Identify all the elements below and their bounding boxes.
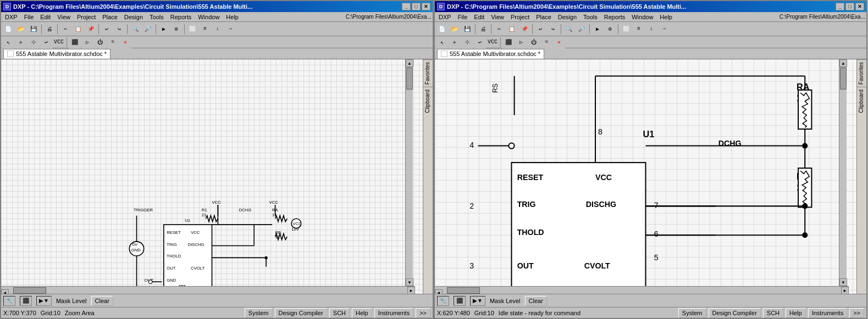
tb-extra2-1[interactable]: ≡ (199, 23, 211, 35)
sch-btn-1[interactable]: SCH (329, 308, 350, 318)
menu-window-2[interactable]: Window (629, 13, 656, 21)
system-btn-1[interactable]: System (245, 308, 273, 318)
sch-btn-2[interactable]: SCH (763, 308, 783, 318)
tb-paste-2[interactable]: 📌 (518, 23, 530, 35)
tb2-cross-1[interactable]: ✛ (15, 36, 27, 48)
tb-compile-1[interactable]: ▶ (158, 23, 170, 35)
tb-compile-2[interactable]: ▶ (591, 23, 604, 35)
doc-tab-item-2[interactable]: 555 Astable Multivibrator.schdoc * (437, 49, 544, 59)
scrollbar-h-1[interactable]: ◄ ► (1, 286, 415, 294)
tb2-undo2-1[interactable]: ↩ (40, 36, 52, 48)
tb-save-2[interactable]: 💾 (461, 23, 473, 35)
scroll-thumb-h-2[interactable] (447, 287, 480, 294)
help-btn-1[interactable]: Help (352, 308, 372, 318)
scroll-thumb-v-2[interactable] (840, 68, 847, 89)
expand-btn-2[interactable]: >> (849, 308, 864, 318)
minimize-btn-1[interactable]: _ (402, 3, 411, 10)
tb-zoom-in-1[interactable]: 🔍 (129, 23, 141, 35)
tb-run-2[interactable]: ⚙ (604, 23, 616, 35)
menu-project-1[interactable]: Project (74, 13, 98, 21)
tb-zoom-in-2[interactable]: 🔍 (563, 23, 575, 35)
help-btn-2[interactable]: Help (786, 308, 806, 318)
menu-place-1[interactable]: Place (99, 13, 120, 21)
canvas-1[interactable]: RESET VCC TRIG DISCHG THOLD OUT CVOLT GN… (1, 59, 423, 294)
system-btn-2[interactable]: System (678, 308, 706, 318)
scroll-up-btn-1[interactable]: ▲ (406, 59, 413, 67)
menu-view-2[interactable]: View (488, 13, 507, 21)
tb-extra3-2[interactable]: ↓ (645, 23, 657, 35)
tb2-net-1[interactable]: ≈ (107, 36, 119, 48)
tb-undo-1[interactable]: ↩ (101, 23, 113, 35)
tb-open-2[interactable]: 📂 (449, 23, 461, 35)
menu-dxp-1[interactable]: DXP (2, 13, 20, 21)
tb2-wire-2[interactable]: ⬛ (502, 36, 515, 48)
clear-btn-2[interactable]: Clear (525, 296, 547, 306)
minimize-btn-2[interactable]: _ (836, 3, 844, 10)
tb2-power-1[interactable]: ⏻ (94, 36, 106, 48)
tb2-cross-2[interactable]: ✛ (449, 36, 461, 48)
tb2-port-2[interactable]: ▷ (515, 36, 527, 48)
tb2-move-2[interactable]: ⊹ (461, 36, 473, 48)
maximize-btn-1[interactable]: □ (412, 3, 421, 10)
tb-print-1[interactable]: 🖨 (43, 23, 56, 35)
tb2-x-2[interactable]: ✕ (553, 36, 565, 48)
tb2-move-1[interactable]: ⊹ (27, 36, 40, 48)
menu-reports-2[interactable]: Reports (601, 13, 628, 21)
tb-new-1[interactable]: 📄 (2, 23, 14, 35)
tb2-undo2-2[interactable]: ↩ (474, 36, 486, 48)
scroll-thumb-v-1[interactable] (406, 68, 413, 89)
clear-btn-1[interactable]: Clear (91, 296, 113, 306)
menu-window-1[interactable]: Window (195, 13, 222, 21)
tb-copy-2[interactable]: 📋 (506, 23, 518, 35)
tb-copy-1[interactable]: 📋 (72, 23, 84, 35)
menu-view-1[interactable]: View (54, 13, 73, 21)
menu-tools-1[interactable]: Tools (147, 13, 167, 21)
tb-extra4-2[interactable]: → (658, 23, 670, 35)
menu-tools-2[interactable]: Tools (580, 13, 600, 21)
tb-save-1[interactable]: 💾 (27, 23, 40, 35)
menu-file-2[interactable]: File (455, 13, 471, 21)
tb2-arrow-2[interactable]: ↖ (436, 36, 448, 48)
scroll-right-btn-2[interactable]: ► (841, 287, 849, 294)
instruments-btn-2[interactable]: Instruments (808, 308, 847, 318)
design-compiler-btn-2[interactable]: Design Compiler (709, 308, 761, 318)
close-btn-2[interactable]: ✕ (855, 3, 864, 10)
menu-help-2[interactable]: Help (657, 13, 675, 21)
scrollbar-v-2[interactable]: ▲ ▼ (839, 59, 847, 286)
scroll-right-btn-1[interactable]: ► (407, 287, 415, 294)
tb-run-1[interactable]: ⚙ (170, 23, 183, 35)
tb-zoom-out-1[interactable]: 🔎 (142, 23, 154, 35)
tb-extra3-1[interactable]: ↓ (212, 23, 224, 35)
scroll-down-btn-2[interactable]: ▼ (839, 278, 847, 286)
scrollbar-h-2[interactable]: ◄ ► (435, 286, 849, 294)
scroll-up-btn-2[interactable]: ▲ (839, 59, 847, 67)
tb-extra2-2[interactable]: ≡ (633, 23, 645, 35)
tb2-net-2[interactable]: ≈ (540, 36, 552, 48)
menu-reports-1[interactable]: Reports (168, 13, 195, 21)
doc-tab-item-1[interactable]: 555 Astable Multivibrator.schdoc * (3, 49, 110, 59)
menu-place-2[interactable]: Place (533, 13, 554, 21)
tb-print-2[interactable]: 🖨 (477, 23, 489, 35)
tb-extra1-2[interactable]: ⬜ (620, 23, 632, 35)
menu-edit-1[interactable]: Edit (37, 13, 53, 21)
tb-zoom-out-2[interactable]: 🔎 (576, 23, 588, 35)
menu-design-2[interactable]: Design (555, 13, 579, 21)
tb-extra1-1[interactable]: ⬜ (186, 23, 198, 35)
menu-design-1[interactable]: Design (121, 13, 146, 21)
menu-edit-2[interactable]: Edit (471, 13, 487, 21)
design-compiler-btn-1[interactable]: Design Compiler (275, 308, 327, 318)
scroll-thumb-h-1[interactable] (13, 287, 46, 294)
tb-new-2[interactable]: 📄 (436, 23, 448, 35)
tb-redo-2[interactable]: ↪ (547, 23, 559, 35)
tb-cut-2[interactable]: ✂ (493, 23, 505, 35)
instruments-btn-1[interactable]: Instruments (374, 308, 413, 318)
tb-undo-2[interactable]: ↩ (534, 23, 546, 35)
tb2-port-1[interactable]: ▷ (81, 36, 93, 48)
tb2-power-2[interactable]: ⏻ (528, 36, 540, 48)
menu-file-1[interactable]: File (21, 13, 37, 21)
scrollbar-v-1[interactable]: ▲ ▼ (405, 59, 413, 286)
scroll-left-btn-1[interactable]: ◄ (1, 289, 9, 294)
tb2-x-1[interactable]: ✕ (119, 36, 131, 48)
menu-dxp-2[interactable]: DXP (436, 13, 454, 21)
tb2-wire-1[interactable]: ⬛ (69, 36, 81, 48)
